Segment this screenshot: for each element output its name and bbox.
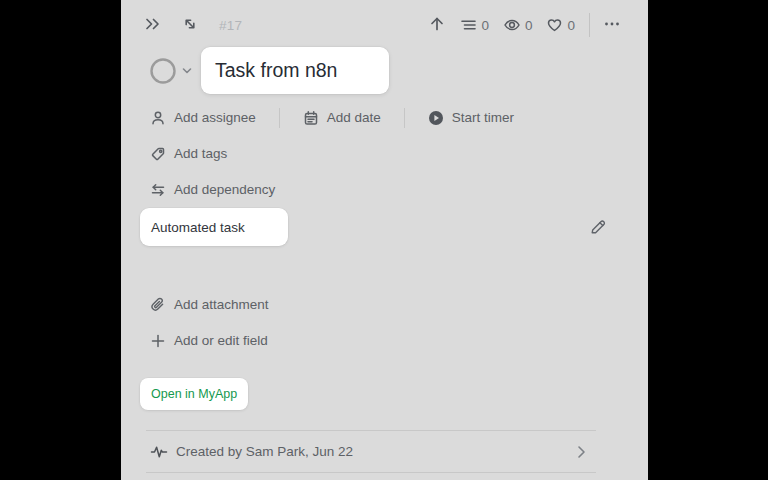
open-in-myapp-button[interactable]: Open in MyApp (140, 378, 248, 410)
views-button[interactable]: 0 (503, 17, 533, 33)
task-description-field[interactable]: Automated task (140, 208, 288, 246)
add-or-edit-field-label: Add or edit field (174, 334, 268, 348)
add-tags-label: Add tags (174, 147, 227, 161)
add-dependency-button[interactable]: Add dependency (150, 179, 275, 201)
paperclip-icon (150, 297, 166, 313)
subscribers-list-icon (460, 17, 477, 33)
footer-bottom-divider (146, 472, 596, 473)
collapse-panel-button[interactable] (144, 16, 161, 35)
subscribers-count: 0 (481, 18, 489, 33)
person-icon (150, 110, 166, 126)
toolbar-divider (589, 13, 590, 37)
ellipsis-icon (604, 16, 620, 32)
play-circle-icon (428, 110, 444, 126)
task-title-input[interactable]: Task from n8n (201, 47, 389, 94)
add-attachment-button[interactable]: Add attachment (150, 294, 269, 316)
start-timer-button[interactable]: Start timer (428, 110, 514, 126)
footer-top-divider (146, 430, 596, 431)
add-attachment-label: Add attachment (174, 298, 269, 312)
task-status-button[interactable] (149, 57, 177, 85)
task-number: #17 (219, 18, 242, 33)
likes-count: 0 (567, 18, 575, 33)
add-or-edit-field-button[interactable]: Add or edit field (150, 330, 268, 352)
diagonal-expand-icon (182, 16, 198, 32)
activity-pulse-icon (150, 444, 168, 460)
tag-icon (150, 146, 166, 162)
more-options-button[interactable] (604, 16, 620, 35)
eye-icon (503, 17, 521, 33)
action-divider (404, 108, 405, 128)
activity-text: Created by Sam Park, Jun 22 (176, 445, 353, 459)
action-divider (279, 108, 280, 128)
views-count: 0 (525, 18, 533, 33)
open-in-myapp-label: Open in MyApp (151, 387, 237, 401)
add-date-label: Add date (327, 111, 381, 125)
arrow-up-icon (428, 15, 446, 33)
start-timer-label: Start timer (452, 111, 514, 125)
swap-arrows-icon (150, 182, 166, 198)
pencil-icon (589, 218, 607, 236)
add-tags-button[interactable]: Add tags (150, 143, 227, 165)
task-detail-panel: #17 0 (121, 0, 648, 480)
plus-icon (150, 333, 166, 349)
add-dependency-label: Add dependency (174, 183, 275, 197)
likes-button[interactable]: 0 (546, 17, 575, 33)
expand-task-button[interactable] (182, 16, 198, 35)
double-chevron-right-icon (144, 16, 161, 32)
subscribers-button[interactable]: 0 (460, 17, 489, 33)
calendar-icon (303, 110, 319, 126)
activity-chevron-right-icon[interactable] (577, 445, 586, 459)
activity-row[interactable]: Created by Sam Park, Jun 22 (150, 441, 353, 463)
add-assignee-button[interactable]: Add assignee (150, 110, 256, 126)
status-circle-icon (149, 57, 177, 85)
heart-icon (546, 17, 563, 33)
task-title: Task from n8n (215, 59, 337, 82)
edit-description-button[interactable] (589, 218, 607, 236)
status-chevron-down-icon[interactable] (182, 66, 192, 75)
task-description: Automated task (151, 220, 245, 235)
toolbar: #17 0 (121, 0, 648, 50)
add-assignee-label: Add assignee (174, 111, 256, 125)
add-date-button[interactable]: Add date (303, 110, 381, 126)
move-up-button[interactable] (428, 15, 446, 36)
